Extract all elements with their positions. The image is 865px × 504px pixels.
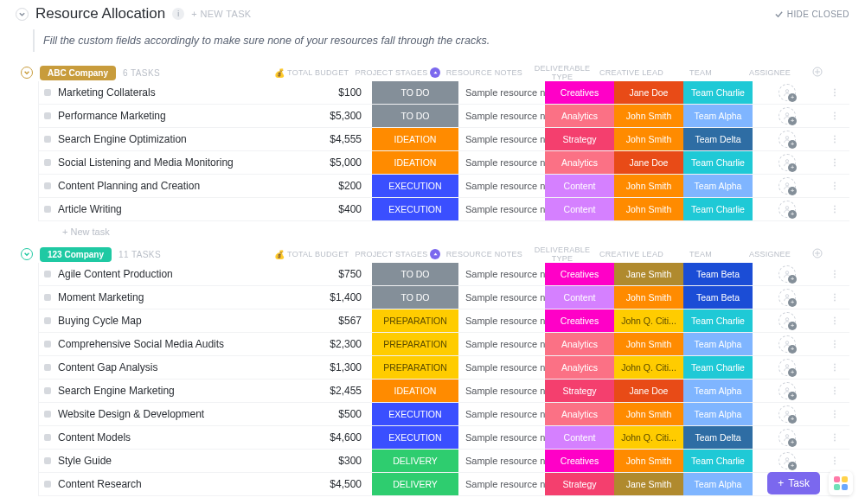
- col-assignee[interactable]: ASSIGNEE: [735, 250, 804, 258]
- budget-cell[interactable]: $1,400: [285, 286, 372, 309]
- deliverable-tag[interactable]: Analytics: [545, 151, 614, 174]
- notes-cell[interactable]: Sample resource notes: [458, 380, 545, 402]
- deliverable-tag[interactable]: Analytics: [545, 403, 614, 425]
- task-name[interactable]: Agile Content Production: [58, 268, 173, 280]
- budget-cell[interactable]: $500: [285, 403, 372, 425]
- task-name[interactable]: Content Research: [58, 478, 142, 490]
- notes-cell[interactable]: Sample resource notes: [458, 333, 545, 355]
- deliverable-tag[interactable]: Analytics: [545, 105, 614, 127]
- notes-cell[interactable]: Sample resource notes: [458, 473, 545, 495]
- task-row[interactable]: Website Design & Development $500 EXECUT…: [38, 403, 849, 426]
- col-notes[interactable]: RESOURCE NOTES: [441, 250, 528, 258]
- deliverable-tag[interactable]: Content: [545, 198, 614, 220]
- lead-tag[interactable]: John Q. Citi...: [614, 426, 683, 449]
- stage-tag[interactable]: IDEATION: [372, 151, 458, 174]
- lead-tag[interactable]: Jane Doe: [614, 151, 683, 174]
- stage-tag[interactable]: DELIVERY: [372, 473, 458, 495]
- task-row[interactable]: Content Gap Analysis $1,300 PREPARATION …: [38, 356, 849, 380]
- col-budget[interactable]: 💰 TOTAL BUDGET: [268, 68, 355, 78]
- budget-cell[interactable]: $750: [285, 263, 372, 285]
- deliverable-tag[interactable]: Content: [545, 286, 614, 309]
- notes-cell[interactable]: Sample resource notes: [458, 450, 545, 472]
- team-tag[interactable]: Team Charlie: [683, 450, 753, 472]
- status-dot[interactable]: [44, 364, 51, 371]
- deliverable-tag[interactable]: Creatives: [545, 309, 614, 332]
- budget-cell[interactable]: $4,500: [285, 473, 372, 495]
- col-stages[interactable]: PROJECT STAGES: [355, 67, 441, 78]
- row-menu-icon[interactable]: [822, 380, 848, 402]
- lead-tag[interactable]: Jane Doe: [614, 81, 683, 104]
- deliverable-tag[interactable]: Creatives: [545, 263, 614, 285]
- team-tag[interactable]: Team Alpha: [683, 105, 753, 127]
- team-tag[interactable]: Team Alpha: [683, 380, 753, 402]
- task-row[interactable]: Style Guide $300 DELIVERY Sample resourc…: [38, 450, 849, 473]
- collapse-all-icon[interactable]: [16, 8, 29, 21]
- budget-cell[interactable]: $100: [285, 81, 372, 104]
- task-row[interactable]: Marketing Collaterals $100 TO DO Sample …: [38, 81, 849, 105]
- col-assignee[interactable]: ASSIGNEE: [735, 68, 804, 77]
- task-row[interactable]: Search Engine Marketing $2,455 IDEATION …: [38, 380, 849, 403]
- notes-cell[interactable]: Sample resource notes: [458, 151, 545, 174]
- create-task-button[interactable]: + Task: [767, 472, 820, 494]
- stage-tag[interactable]: IDEATION: [372, 128, 458, 150]
- lead-tag[interactable]: John Smith: [614, 128, 683, 150]
- stage-tag[interactable]: TO DO: [372, 286, 458, 309]
- task-name[interactable]: Search Engine Optimization: [58, 133, 187, 145]
- deliverable-tag[interactable]: Creatives: [545, 450, 614, 472]
- team-tag[interactable]: Team Alpha: [683, 403, 753, 425]
- task-name[interactable]: Marketing Collaterals: [58, 86, 156, 99]
- budget-cell[interactable]: $4,555: [285, 128, 372, 150]
- budget-cell[interactable]: $567: [285, 309, 372, 332]
- info-icon[interactable]: i: [172, 8, 184, 20]
- task-name[interactable]: Content Models: [58, 431, 131, 443]
- apps-button[interactable]: [829, 471, 853, 495]
- budget-cell[interactable]: $400: [285, 198, 372, 220]
- assignee-cell[interactable]: +: [753, 356, 822, 379]
- stage-tag[interactable]: EXECUTION: [372, 426, 458, 449]
- status-dot[interactable]: [44, 271, 51, 278]
- group-toggle[interactable]: [21, 248, 33, 260]
- status-dot[interactable]: [44, 434, 51, 441]
- budget-cell[interactable]: $4,600: [285, 426, 372, 449]
- budget-cell[interactable]: $5,000: [285, 151, 372, 174]
- task-row[interactable]: Moment Marketing $1,400 TO DO Sample res…: [38, 286, 849, 309]
- task-row[interactable]: Buying Cycle Map $567 PREPARATION Sample…: [38, 309, 849, 333]
- row-menu-icon[interactable]: [822, 81, 848, 104]
- team-tag[interactable]: Team Charlie: [683, 198, 753, 220]
- deliverable-tag[interactable]: Content: [545, 175, 614, 197]
- stage-tag[interactable]: EXECUTION: [372, 175, 458, 197]
- notes-cell[interactable]: Sample resource notes: [458, 426, 545, 449]
- col-deliverable[interactable]: DELIVERABLE TYPE: [528, 64, 597, 81]
- add-column-icon[interactable]: [804, 67, 830, 80]
- task-row[interactable]: Content Planning and Creation $200 EXECU…: [38, 175, 849, 198]
- assignee-cell[interactable]: +: [753, 380, 822, 402]
- lead-tag[interactable]: Jane Doe: [614, 380, 683, 402]
- assignee-cell[interactable]: +: [753, 426, 822, 449]
- deliverable-tag[interactable]: Creatives: [545, 81, 614, 104]
- team-tag[interactable]: Team Alpha: [683, 175, 753, 197]
- task-row[interactable]: Search Engine Optimization $4,555 IDEATI…: [38, 128, 849, 151]
- budget-cell[interactable]: $2,300: [285, 333, 372, 355]
- assignee-cell[interactable]: +: [753, 333, 822, 355]
- col-deliverable[interactable]: DELIVERABLE TYPE: [528, 246, 597, 263]
- row-menu-icon[interactable]: [822, 175, 848, 197]
- lead-tag[interactable]: Jane Smith: [614, 473, 683, 495]
- task-name[interactable]: Performance Marketing: [58, 110, 166, 122]
- lead-tag[interactable]: Jane Smith: [614, 263, 683, 285]
- task-name[interactable]: Buying Cycle Map: [58, 315, 142, 327]
- group-name-pill[interactable]: 123 Company: [40, 247, 112, 262]
- status-dot[interactable]: [44, 481, 51, 488]
- team-tag[interactable]: Team Delta: [683, 426, 753, 449]
- deliverable-tag[interactable]: Strategy: [545, 473, 614, 495]
- team-tag[interactable]: Team Charlie: [683, 309, 753, 332]
- task-row[interactable]: Content Models $4,600 EXECUTION Sample r…: [38, 426, 849, 450]
- assignee-cell[interactable]: +: [753, 309, 822, 332]
- notes-cell[interactable]: Sample resource notes: [458, 175, 545, 197]
- notes-cell[interactable]: Sample resource notes: [458, 356, 545, 379]
- budget-cell[interactable]: $1,300: [285, 356, 372, 379]
- status-dot[interactable]: [44, 457, 51, 464]
- group-toggle[interactable]: [21, 67, 33, 79]
- team-tag[interactable]: Team Charlie: [683, 81, 753, 104]
- assignee-cell[interactable]: +: [753, 105, 822, 127]
- row-menu-icon[interactable]: [822, 403, 848, 425]
